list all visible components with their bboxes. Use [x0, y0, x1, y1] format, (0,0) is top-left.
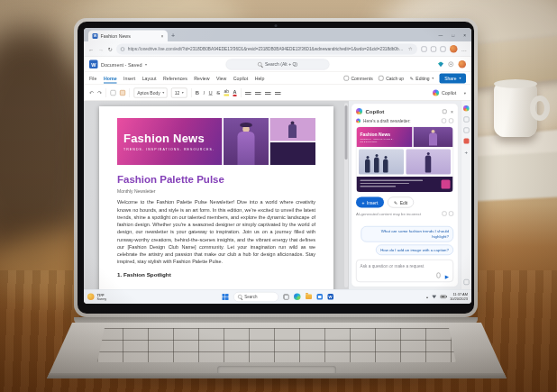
webcam [275, 24, 278, 27]
minimize-button[interactable]: — [439, 33, 443, 39]
tab-close-icon[interactable]: × [161, 33, 164, 39]
tab-review[interactable]: Review [194, 76, 209, 81]
battery-icon[interactable] [440, 296, 446, 299]
more-options-icon[interactable] [449, 118, 453, 123]
italic-button[interactable]: I [203, 90, 205, 96]
bullets-button[interactable] [245, 90, 251, 95]
file-explorer-icon[interactable] [306, 295, 312, 300]
divider [191, 88, 192, 97]
sidebar-add-icon[interactable]: + [464, 150, 468, 155]
windows-taskbar: 73°F Sunny Search [84, 289, 471, 304]
sidebar-copilot-icon[interactable] [463, 105, 470, 112]
search-input[interactable]: Search (Alt + Q) [226, 59, 330, 69]
tab-file[interactable]: File [89, 76, 96, 81]
catch-up-button[interactable]: Catch up [379, 76, 404, 81]
copilot-input[interactable]: Ask a question or make a request ▶ [356, 260, 453, 282]
refresh-button[interactable]: ↻ [108, 46, 113, 53]
scrollbar-thumb[interactable] [345, 105, 348, 160]
draft-actions: + Insert ✎ Edit [356, 197, 453, 208]
expand-icon[interactable] [443, 109, 447, 114]
draft-photos [357, 147, 453, 177]
underline-button[interactable]: U [209, 90, 213, 96]
send-icon[interactable]: ▶ [445, 274, 449, 280]
start-button[interactable] [222, 294, 228, 300]
word-app-icon[interactable]: W [89, 60, 98, 69]
browser-tab[interactable]: W Fashion News × [88, 31, 168, 42]
tab-help[interactable]: Help [255, 76, 265, 81]
tab-home[interactable]: Home [104, 76, 117, 84]
line-spacing-button[interactable] [275, 90, 281, 95]
numbering-button[interactable] [255, 90, 261, 95]
task-view-button[interactable] [283, 294, 288, 299]
suggestion-chip[interactable]: How do I add an image with a caption? [376, 244, 453, 255]
share-button[interactable]: Share ▾ [440, 73, 466, 83]
favorites-icon[interactable] [431, 46, 436, 51]
browser-profile-avatar[interactable] [450, 45, 458, 53]
format-painter-button[interactable] [120, 90, 125, 96]
word-taskbar-icon[interactable]: W [327, 294, 333, 300]
copilot-ribbon-button[interactable]: Copilot [433, 89, 456, 96]
highlight-color-button[interactable]: ab [224, 89, 230, 96]
close-button[interactable]: × [463, 33, 466, 39]
edit-button[interactable]: ✎ Edit [388, 197, 414, 208]
document-canvas[interactable]: Fashion News TRENDS. INSPIRATIONS. RESOU… [84, 101, 349, 289]
split-screen-icon[interactable] [421, 46, 426, 51]
insert-button[interactable]: + Insert [356, 197, 384, 208]
back-button[interactable]: ← [88, 46, 94, 52]
tray-chevron-icon[interactable]: ▴ [426, 295, 428, 299]
comments-button[interactable]: Comments [343, 76, 372, 81]
taskbar-search[interactable]: Search [233, 292, 278, 302]
browser-menu-icon[interactable]: … [461, 46, 467, 52]
divider [130, 88, 131, 97]
editing-mode-dropdown[interactable]: ✎ Editing ▾ [410, 76, 434, 81]
draft-preview-card[interactable]: Fashion News TRENDS. INSPIRATIONS. RESOU… [356, 127, 453, 193]
font-color-button[interactable]: A [233, 89, 237, 96]
store-icon[interactable] [316, 294, 323, 300]
copy-icon[interactable] [442, 118, 446, 123]
collapse-ribbon-icon[interactable]: ▾ [464, 90, 466, 95]
document-scrollbar[interactable] [344, 103, 348, 287]
tab-view[interactable]: View [216, 76, 226, 81]
paste-button[interactable] [111, 90, 116, 96]
settings-icon[interactable] [449, 62, 454, 68]
maximize-button[interactable]: □ [452, 33, 454, 39]
wifi-icon[interactable] [432, 295, 437, 298]
collections-icon[interactable] [440, 46, 445, 51]
premium-icon[interactable] [438, 61, 443, 67]
window-controls: — □ × [439, 33, 471, 42]
tab-favicon: W [93, 33, 98, 39]
suggestion-chip[interactable]: What are some fashion trends I should hi… [361, 226, 454, 242]
copilot-title: Copilot [366, 108, 385, 114]
sidebar-collections-icon[interactable] [463, 128, 469, 133]
sidebar-search-icon[interactable] [463, 117, 469, 123]
strikethrough-button[interactable]: S [216, 90, 220, 96]
tab-references[interactable]: References [163, 76, 187, 81]
new-tab-button[interactable]: + [171, 32, 175, 40]
align-left-button[interactable] [265, 90, 271, 95]
address-bar[interactable]: https://onedrive.live.com/edit?id=2318DB… [116, 43, 417, 54]
bold-button[interactable]: B [196, 90, 199, 96]
tab-layout[interactable]: Layout [142, 76, 157, 81]
tab-copilot[interactable]: Copilot [233, 76, 248, 81]
taskbar-clock[interactable]: 11:37 AM 10/20/2023 [450, 292, 468, 301]
account-avatar[interactable] [459, 60, 467, 68]
edge-app-icon[interactable] [294, 294, 301, 301]
widgets-button[interactable]: 73°F Sunny [87, 293, 106, 301]
undo-button[interactable]: ↶ [89, 89, 94, 96]
newsletter-banner-image[interactable]: Fashion News TRENDS. INSPIRATIONS. RESOU… [117, 118, 315, 165]
microphone-icon[interactable] [437, 273, 441, 278]
font-size-select[interactable]: 12 ▾ [171, 87, 187, 97]
forward-button[interactable]: → [98, 46, 104, 52]
close-pane-icon[interactable]: × [451, 109, 453, 114]
divider [106, 88, 107, 97]
silhouette [383, 160, 388, 173]
laptop-base [47, 323, 507, 380]
favorite-icon[interactable]: ☆ [408, 46, 413, 52]
sidebar-shopping-icon[interactable] [463, 139, 469, 144]
font-name-select[interactable]: Aptos Body ▾ [134, 87, 168, 97]
document-title[interactable]: Document - Saved [101, 61, 142, 67]
sidebar-settings-icon[interactable] [463, 279, 469, 285]
redo-button[interactable]: ↷ [97, 89, 102, 96]
tab-insert[interactable]: Insert [123, 76, 135, 81]
document-page[interactable]: Fashion News TRENDS. INSPIRATIONS. RESOU… [99, 106, 333, 289]
